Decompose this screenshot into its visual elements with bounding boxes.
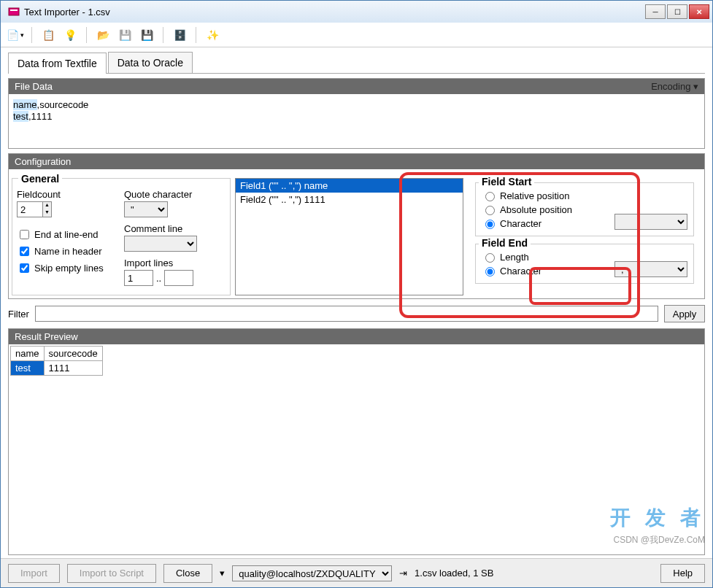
document-icon[interactable]: 📄 bbox=[7, 26, 24, 44]
separator bbox=[31, 27, 32, 43]
save-as-icon[interactable]: 💾 bbox=[138, 26, 155, 44]
comment-select[interactable] bbox=[124, 236, 197, 252]
col-header[interactable]: name bbox=[11, 347, 45, 361]
file-data-header: File Data Encoding ▾ bbox=[9, 79, 704, 94]
app-window: Text Importer - 1.csv ─ ☐ ✕ 📄 📋 💡 📂 💾 💾 … bbox=[0, 0, 713, 588]
fd-cell: test bbox=[13, 111, 28, 122]
field-start-title: Field Start bbox=[479, 176, 534, 187]
filter-row: Filter Apply bbox=[8, 303, 705, 324]
fd-cell: ,1111 bbox=[28, 111, 53, 122]
svg-rect-1 bbox=[10, 9, 18, 11]
fs-absolute-radio[interactable]: Absolute position bbox=[482, 204, 614, 215]
light-icon[interactable]: 💡 bbox=[61, 26, 79, 44]
main-tabs: Data from Textfile Data to Oracle bbox=[8, 52, 705, 74]
open-folder-icon[interactable]: 📂 bbox=[94, 26, 112, 44]
tab-data-to-oracle[interactable]: Data to Oracle bbox=[108, 52, 193, 73]
import-from-input[interactable] bbox=[124, 270, 153, 286]
result-panel: Result Preview name sourcecode test 1111 bbox=[8, 328, 705, 555]
fd-cell: ,sourcecode bbox=[37, 99, 89, 110]
file-data-panel: File Data Encoding ▾ name,sourcecode tes… bbox=[8, 78, 705, 149]
fe-character-radio[interactable]: Character bbox=[482, 265, 614, 276]
separator bbox=[163, 27, 163, 43]
name-in-header-check[interactable]: Name in header bbox=[17, 244, 118, 258]
field-properties: Field Start Relative position Absolute p… bbox=[468, 178, 701, 295]
titlebar: Text Importer - 1.csv ─ ☐ ✕ bbox=[1, 1, 712, 23]
fieldcount-label: Fieldcount bbox=[17, 189, 118, 200]
status-text: 1.csv loaded, 1 SB bbox=[415, 568, 493, 579]
config-title: Configuration bbox=[15, 156, 71, 167]
skip-empty-check[interactable]: Skip empty lines bbox=[17, 261, 118, 275]
table-row[interactable]: test 1111 bbox=[11, 361, 103, 376]
import-script-button[interactable]: Import to Script bbox=[67, 564, 156, 583]
footer: Import Import to Script Close ▾ quality@… bbox=[1, 558, 712, 587]
table-cell[interactable]: 1111 bbox=[44, 361, 102, 376]
toolbar: 📄 📋 💡 📂 💾 💾 🗄️ ✨ bbox=[1, 23, 712, 47]
fs-relative-radio[interactable]: Relative position bbox=[482, 190, 614, 201]
tab-data-from-textfile[interactable]: Data from Textfile bbox=[8, 53, 107, 74]
quote-label: Quote character bbox=[124, 189, 226, 200]
svg-rect-0 bbox=[9, 8, 19, 15]
result-title: Result Preview bbox=[15, 331, 78, 342]
apply-button[interactable]: Apply bbox=[664, 305, 705, 322]
end-at-line-end-check[interactable]: End at line-end bbox=[17, 228, 118, 241]
field-list-item[interactable]: Field2 ("" .. ",") 1111 bbox=[236, 193, 463, 206]
col-header[interactable]: sourcecode bbox=[44, 347, 102, 361]
field-list-item[interactable]: Field1 ("" .. ",") name bbox=[236, 179, 463, 193]
general-group: General Fieldcount ▲▼ End at line-end Na… bbox=[12, 178, 231, 295]
table-header-row: name sourcecode bbox=[11, 347, 103, 361]
comment-label: Comment line bbox=[124, 223, 226, 234]
maximize-button[interactable]: ☐ bbox=[667, 4, 687, 19]
fieldcount-spinner[interactable]: ▲▼ bbox=[17, 201, 118, 217]
close-button[interactable]: ✕ bbox=[689, 4, 709, 19]
general-left: Fieldcount ▲▼ End at line-end Name in he… bbox=[17, 189, 118, 290]
filter-input[interactable] bbox=[35, 306, 658, 322]
import-lines-label: Import lines bbox=[124, 258, 226, 268]
import-dots: .. bbox=[156, 273, 161, 284]
save-icon[interactable]: 💾 bbox=[116, 26, 134, 44]
dropdown-icon[interactable]: ▾ bbox=[220, 568, 225, 579]
result-header: Result Preview bbox=[9, 329, 704, 344]
help-button[interactable]: Help bbox=[660, 564, 705, 583]
encoding-label[interactable]: Encoding ▾ bbox=[651, 81, 698, 92]
field-end-title: Field End bbox=[479, 237, 531, 249]
field-end-group: Field End Length Character , bbox=[475, 244, 694, 284]
app-icon bbox=[8, 6, 20, 18]
fieldcount-input[interactable] bbox=[17, 201, 43, 217]
separator bbox=[86, 27, 87, 43]
minimize-button[interactable]: ─ bbox=[645, 4, 666, 19]
filter-label: Filter bbox=[8, 309, 29, 320]
file-data-title: File Data bbox=[15, 81, 53, 92]
fe-character-select[interactable]: , bbox=[614, 261, 687, 277]
quote-select[interactable]: " bbox=[124, 201, 168, 217]
fs-character-select[interactable] bbox=[614, 214, 687, 230]
spin-up-icon: ▲ bbox=[43, 202, 51, 209]
fe-length-radio[interactable]: Length bbox=[482, 251, 614, 263]
spin-down-icon: ▼ bbox=[43, 209, 51, 217]
connection-select[interactable]: quality@localhost/ZXDQUALITY bbox=[232, 565, 392, 581]
window-buttons: ─ ☐ ✕ bbox=[645, 4, 709, 19]
separator bbox=[196, 27, 196, 43]
field-start-group: Field Start Relative position Absolute p… bbox=[475, 182, 694, 236]
import-to-input[interactable] bbox=[164, 270, 193, 286]
spinner-buttons[interactable]: ▲▼ bbox=[43, 201, 52, 217]
general-title: General bbox=[18, 173, 62, 185]
fd-cell: name bbox=[13, 99, 37, 110]
general-right: Quote character " Comment line Import li… bbox=[124, 189, 226, 290]
config-body: General Fieldcount ▲▼ End at line-end Na… bbox=[9, 169, 704, 298]
pin-icon[interactable]: ⇥ bbox=[399, 568, 407, 579]
configuration-panel: Configuration General Fieldcount ▲▼ End … bbox=[8, 153, 705, 299]
database-icon[interactable]: 🗄️ bbox=[171, 26, 188, 44]
config-header: Configuration bbox=[9, 154, 704, 169]
file-data-body[interactable]: name,sourcecode test,1111 bbox=[9, 94, 704, 148]
window-title: Text Importer - 1.csv bbox=[24, 7, 645, 18]
result-table: name sourcecode test 1111 bbox=[10, 346, 103, 376]
fs-character-radio[interactable]: Character bbox=[482, 217, 614, 229]
wizard-icon[interactable]: ✨ bbox=[204, 26, 221, 44]
field-list[interactable]: Field1 ("" .. ",") name Field2 ("" .. ",… bbox=[235, 178, 463, 295]
close-button-footer[interactable]: Close bbox=[163, 564, 212, 583]
result-body[interactable]: name sourcecode test 1111 bbox=[9, 344, 704, 490]
content-area: Data from Textfile Data to Oracle File D… bbox=[1, 47, 712, 558]
table-cell[interactable]: test bbox=[11, 361, 45, 376]
import-button[interactable]: Import bbox=[8, 564, 60, 583]
copy-icon[interactable]: 📋 bbox=[39, 26, 57, 44]
